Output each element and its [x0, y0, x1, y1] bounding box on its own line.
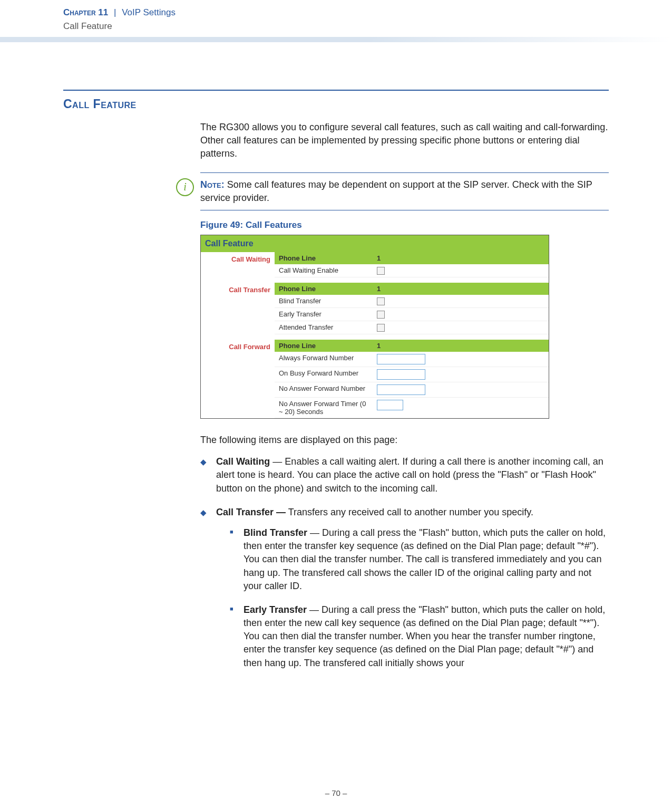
call-waiting-enable-checkbox[interactable] — [377, 267, 385, 275]
blind-transfer-checkbox[interactable] — [377, 297, 385, 305]
page-subtitle: Call Feature — [0, 21, 672, 37]
note-block: i Note: Some call features may be depend… — [200, 172, 609, 210]
figure-row-label: Call Waiting Enable — [275, 264, 373, 277]
figure-section-call-forward: Call Forward Phone Line 1 Always Forward… — [201, 340, 549, 418]
info-icon: i — [176, 178, 194, 196]
figure-row-label: No Answer Forward Timer (0 ~ 20) Seconds — [275, 398, 373, 418]
figure-call-features: Call Feature Call Waiting Phone Line 1 C… — [200, 235, 549, 419]
figure-side-label: Call Waiting — [201, 252, 275, 283]
subitem-sep: — — [307, 604, 322, 615]
figure-row-label: Attended Transfer — [275, 321, 373, 334]
figure-header: Call Feature — [201, 235, 549, 252]
figure-row: Call Waiting Enable — [275, 264, 549, 277]
phone-line-value: 1 — [373, 252, 549, 264]
figure-row: Attended Transfer — [275, 321, 549, 334]
section-title: Call Feature — [63, 97, 672, 111]
page-header: Chapter 11 | VoIP Settings — [0, 0, 672, 21]
list-item: Call Transfer — Transfers any received c… — [200, 506, 609, 670]
figure-side-label: Call Forward — [201, 340, 275, 418]
figure-row-label: Blind Transfer — [275, 295, 373, 307]
no-answer-forward-number-input[interactable] — [377, 384, 425, 395]
list-item: Call Waiting — Enables a call waiting al… — [200, 455, 609, 495]
sub-list: Blind Transfer — During a call press the… — [216, 526, 609, 670]
figure-section-call-transfer: Call Transfer Phone Line 1 Blind Transfe… — [201, 283, 549, 340]
subitem-sep: — — [307, 527, 322, 538]
figure-row: Always Forward Number — [275, 352, 549, 367]
chapter-title: VoIP Settings — [122, 7, 176, 17]
item-sep: — — [270, 456, 285, 467]
no-answer-forward-timer-input[interactable] — [377, 400, 403, 410]
intro-paragraph: The RG300 allows you to configure severa… — [200, 121, 609, 161]
item-title: Call Transfer — — [216, 507, 286, 517]
phone-line-value: 1 — [373, 283, 549, 295]
note-label: Note: — [200, 179, 225, 190]
page: Chapter 11 | VoIP Settings Call Feature … — [0, 0, 672, 808]
subitem-title: Early Transfer — [244, 604, 307, 615]
figure-row: No Answer Forward Timer (0 ~ 20) Seconds — [275, 398, 549, 418]
figure-row-label: No Answer Forward Number — [275, 382, 373, 397]
phone-line-value: 1 — [373, 340, 549, 352]
phone-line-label: Phone Line — [275, 340, 373, 352]
figure-row: Blind Transfer — [275, 295, 549, 308]
early-transfer-checkbox[interactable] — [377, 311, 385, 319]
figure-section-call-waiting: Call Waiting Phone Line 1 Call Waiting E… — [201, 252, 549, 283]
figure-row-label: On Busy Forward Number — [275, 367, 373, 382]
figure-side-label: Call Transfer — [201, 283, 275, 340]
item-text: Transfers any received call to another n… — [286, 507, 533, 517]
section-rule — [63, 90, 609, 91]
item-list: Call Waiting — Enables a call waiting al… — [200, 455, 609, 670]
note-text: Note: Some call features may be dependen… — [200, 178, 609, 205]
phone-line-label: Phone Line — [275, 283, 373, 295]
header-gradient — [0, 37, 672, 42]
figure-phone-line-row: Phone Line 1 — [275, 252, 549, 264]
figure-row: On Busy Forward Number — [275, 367, 549, 382]
note-body: Some call features may be dependent on s… — [200, 179, 592, 203]
figure-row: No Answer Forward Number — [275, 382, 549, 398]
figure-phone-line-row: Phone Line 1 — [275, 283, 549, 295]
attended-transfer-checkbox[interactable] — [377, 324, 385, 332]
on-busy-forward-number-input[interactable] — [377, 369, 425, 380]
figure-row-label: Early Transfer — [275, 308, 373, 321]
header-separator: | — [114, 7, 116, 17]
subitem-title: Blind Transfer — [244, 527, 307, 538]
list-item: Early Transfer — During a call press the… — [230, 603, 609, 670]
list-item: Blind Transfer — During a call press the… — [230, 526, 609, 593]
figure-row-label: Always Forward Number — [275, 352, 373, 367]
figure-phone-line-row: Phone Line 1 — [275, 340, 549, 352]
chapter-label: Chapter 11 — [63, 7, 108, 17]
always-forward-number-input[interactable] — [377, 354, 425, 364]
items-intro: The following items are displayed on thi… — [200, 435, 609, 446]
figure-row: Early Transfer — [275, 308, 549, 321]
item-title: Call Waiting — [216, 456, 270, 467]
phone-line-label: Phone Line — [275, 252, 373, 264]
page-number: – 70 – — [0, 788, 672, 797]
figure-caption: Figure 49: Call Features — [200, 220, 672, 230]
